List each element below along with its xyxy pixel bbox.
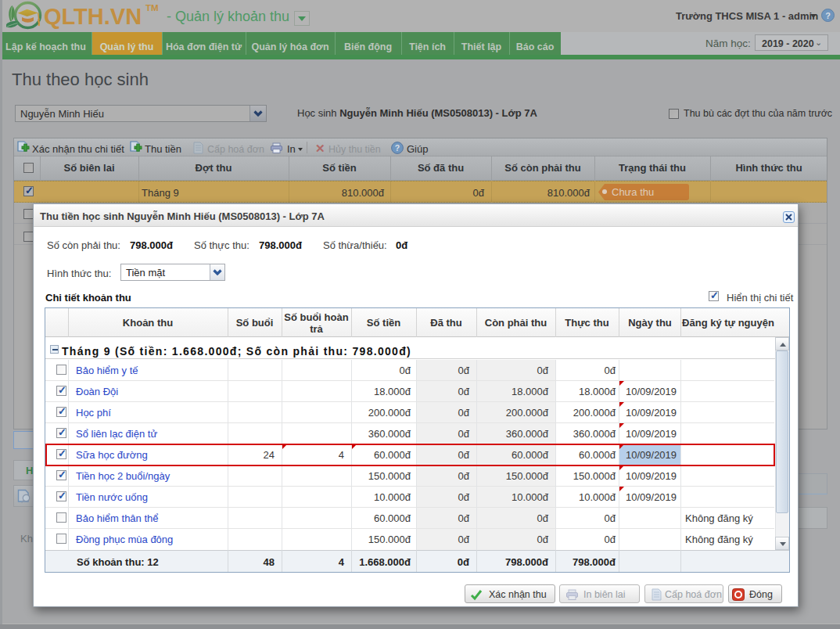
svg-text:?: ? (395, 143, 400, 153)
svg-text:?: ? (825, 11, 831, 20)
